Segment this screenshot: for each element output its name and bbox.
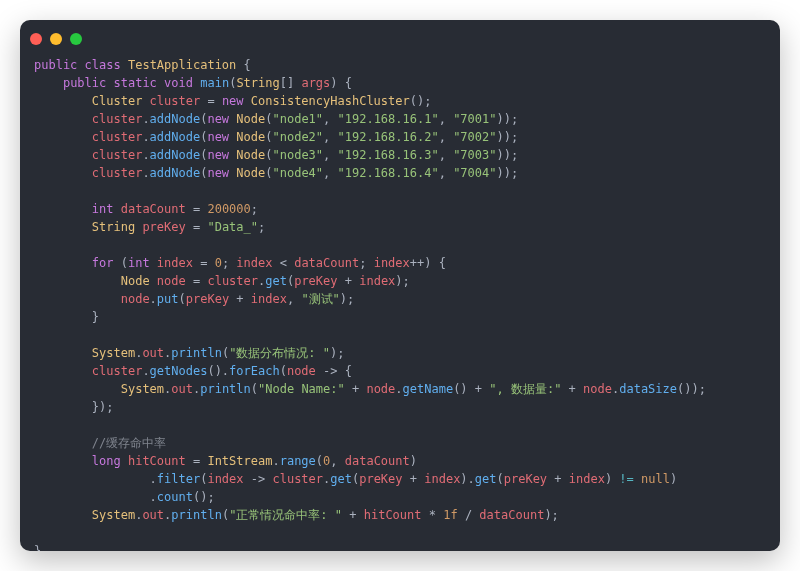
code-line [34,182,766,200]
code-line: long hitCount = IntStream.range(0, dataC… [34,452,766,470]
code-line [34,236,766,254]
window-maximize-button[interactable] [70,33,82,45]
code-line: String preKey = "Data_"; [34,218,766,236]
code-line: } [34,308,766,326]
code-area[interactable]: public class TestApplication { public st… [20,52,780,551]
code-editor-window: public class TestApplication { public st… [20,20,780,551]
code-line: public static void main(String[] args) { [34,74,766,92]
code-line: }); [34,398,766,416]
code-line: Node node = cluster.get(preKey + index); [34,272,766,290]
code-line: cluster.addNode(new Node("node3", "192.1… [34,146,766,164]
code-line: cluster.getNodes().forEach(node -> { [34,362,766,380]
code-line [34,326,766,344]
window-minimize-button[interactable] [50,33,62,45]
code-line: cluster.addNode(new Node("node4", "192.1… [34,164,766,182]
code-line: System.out.println("正常情况命中率: " + hitCoun… [34,506,766,524]
code-line: cluster.addNode(new Node("node2", "192.1… [34,128,766,146]
code-line: .count(); [34,488,766,506]
code-line: System.out.println("数据分布情况: "); [34,344,766,362]
titlebar [20,20,780,52]
code-line [34,524,766,542]
code-line: public class TestApplication { [34,56,766,74]
code-line: node.put(preKey + index, "测试"); [34,290,766,308]
code-line: System.out.println("Node Name:" + node.g… [34,380,766,398]
code-line [34,416,766,434]
code-line: int dataCount = 200000; [34,200,766,218]
code-line: Cluster cluster = new ConsistencyHashClu… [34,92,766,110]
window-close-button[interactable] [30,33,42,45]
code-line: .filter(index -> cluster.get(preKey + in… [34,470,766,488]
code-line: cluster.addNode(new Node("node1", "192.1… [34,110,766,128]
code-line: } [34,542,766,551]
code-line: for (int index = 0; index < dataCount; i… [34,254,766,272]
code-line: //缓存命中率 [34,434,766,452]
